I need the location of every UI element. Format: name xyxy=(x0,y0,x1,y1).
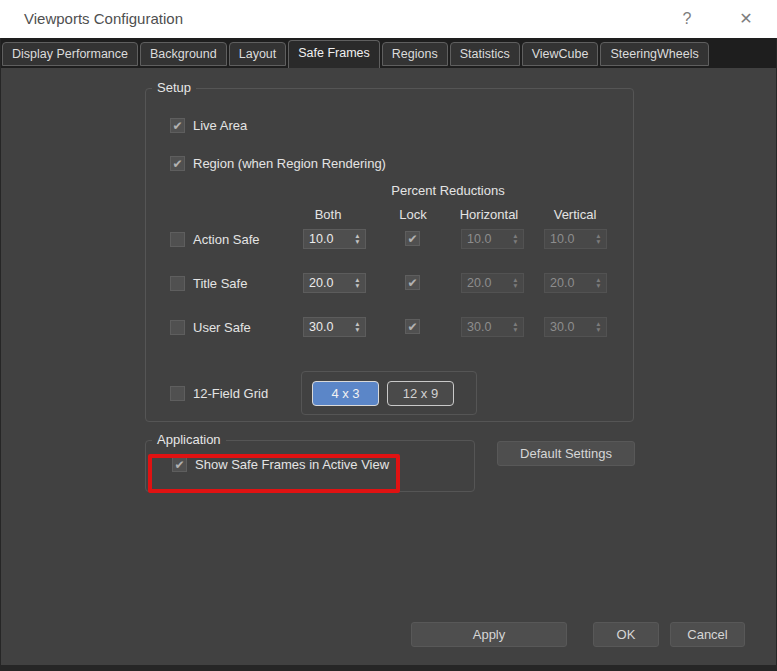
action-safe-both-spinner[interactable]: 10.0 ▴▾ xyxy=(303,229,366,249)
close-icon[interactable]: ✕ xyxy=(732,0,760,38)
column-header-both: Both xyxy=(298,207,358,222)
action-safe-label: Action Safe xyxy=(193,232,260,247)
user-safe-horizontal-value: 30.0 xyxy=(462,318,508,336)
title-safe-both-spinner[interactable]: 20.0 ▴▾ xyxy=(303,273,366,293)
title-safe-horizontal-spinner: 20.0 ▴▾ xyxy=(461,273,524,293)
grid-12x9-button[interactable]: 12 x 9 xyxy=(387,381,454,406)
action-safe-vertical-value: 10.0 xyxy=(545,230,591,248)
live-area-label: Live Area xyxy=(193,118,247,133)
spinner-arrows-icon: ▴▾ xyxy=(508,230,523,248)
user-safe-row: User Safe xyxy=(170,320,251,335)
field-grid-checkbox[interactable] xyxy=(170,386,185,401)
viewports-configuration-dialog: Viewports Configuration ? ✕ Display Perf… xyxy=(0,0,777,671)
default-settings-button[interactable]: Default Settings xyxy=(497,441,635,466)
title-bar: Viewports Configuration ? ✕ xyxy=(0,0,777,38)
window-border-bottom xyxy=(0,665,777,671)
action-safe-row: Action Safe xyxy=(170,232,260,247)
tab-display-performance[interactable]: Display Performance xyxy=(2,42,138,66)
live-area-checkbox[interactable]: ✔ xyxy=(170,118,185,133)
spinner-arrows-icon: ▴▾ xyxy=(591,230,606,248)
user-safe-lock-checkbox[interactable]: ✔ xyxy=(405,319,420,334)
user-safe-label: User Safe xyxy=(193,320,251,335)
action-safe-checkbox[interactable] xyxy=(170,232,185,247)
action-safe-both-value: 10.0 xyxy=(304,230,350,248)
tab-layout[interactable]: Layout xyxy=(229,42,287,66)
field-grid-row: 12-Field Grid xyxy=(170,386,268,401)
title-safe-both-value: 20.0 xyxy=(304,274,350,292)
title-safe-label: Title Safe xyxy=(193,276,247,291)
action-safe-horizontal-spinner: 10.0 ▴▾ xyxy=(461,229,524,249)
setup-group: Setup ✔ Live Area ✔ Region (when Region … xyxy=(145,88,634,422)
spinner-arrows-icon: ▴▾ xyxy=(508,318,523,336)
field-grid-button-group: 4 x 3 12 x 9 xyxy=(301,371,477,415)
title-safe-vertical-value: 20.0 xyxy=(545,274,591,292)
spinner-arrows-icon: ▴▾ xyxy=(591,274,606,292)
ok-button[interactable]: OK xyxy=(593,622,659,647)
live-area-row: ✔ Live Area xyxy=(170,118,247,133)
tab-regions[interactable]: Regions xyxy=(382,42,448,66)
user-safe-both-value: 30.0 xyxy=(304,318,350,336)
show-safe-frames-row: ✔ Show Safe Frames in Active View xyxy=(172,457,389,472)
column-header-lock: Lock xyxy=(383,207,443,222)
show-safe-frames-checkbox[interactable]: ✔ xyxy=(172,457,187,472)
tab-viewcube[interactable]: ViewCube xyxy=(522,42,599,66)
window-border-left xyxy=(0,38,1,671)
user-safe-vertical-value: 30.0 xyxy=(545,318,591,336)
field-grid-label: 12-Field Grid xyxy=(193,386,268,401)
title-safe-lock-checkbox[interactable]: ✔ xyxy=(405,275,420,290)
user-safe-both-spinner[interactable]: 30.0 ▴▾ xyxy=(303,317,366,337)
spinner-arrows-icon[interactable]: ▴▾ xyxy=(350,230,365,248)
window-title: Viewports Configuration xyxy=(24,0,183,38)
action-safe-lock-checkbox[interactable]: ✔ xyxy=(405,231,420,246)
tab-safe-frames[interactable]: Safe Frames xyxy=(288,40,380,68)
tab-statistics[interactable]: Statistics xyxy=(450,42,520,66)
tab-bar: Display Performance Background Layout Sa… xyxy=(0,38,777,68)
region-label: Region (when Region Rendering) xyxy=(193,156,386,171)
safe-frames-panel: Setup ✔ Live Area ✔ Region (when Region … xyxy=(0,68,777,664)
spinner-arrows-icon[interactable]: ▴▾ xyxy=(350,274,365,292)
title-safe-vertical-spinner: 20.0 ▴▾ xyxy=(544,273,607,293)
title-safe-checkbox[interactable] xyxy=(170,276,185,291)
user-safe-checkbox[interactable] xyxy=(170,320,185,335)
percent-reductions-label: Percent Reductions xyxy=(368,183,528,198)
title-safe-horizontal-value: 20.0 xyxy=(462,274,508,292)
region-row: ✔ Region (when Region Rendering) xyxy=(170,156,386,171)
action-safe-vertical-spinner: 10.0 ▴▾ xyxy=(544,229,607,249)
cancel-button[interactable]: Cancel xyxy=(670,622,745,647)
user-safe-horizontal-spinner: 30.0 ▴▾ xyxy=(461,317,524,337)
help-icon[interactable]: ? xyxy=(676,0,698,38)
apply-button[interactable]: Apply xyxy=(411,622,567,647)
setup-group-label: Setup xyxy=(152,80,196,96)
spinner-arrows-icon: ▴▾ xyxy=(508,274,523,292)
user-safe-vertical-spinner: 30.0 ▴▾ xyxy=(544,317,607,337)
tab-steeringwheels[interactable]: SteeringWheels xyxy=(600,42,708,66)
grid-4x3-button[interactable]: 4 x 3 xyxy=(312,381,379,406)
column-header-horizontal: Horizontal xyxy=(454,207,524,222)
application-group-label: Application xyxy=(152,432,226,448)
action-safe-horizontal-value: 10.0 xyxy=(462,230,508,248)
spinner-arrows-icon[interactable]: ▴▾ xyxy=(350,318,365,336)
region-checkbox[interactable]: ✔ xyxy=(170,156,185,171)
application-group: Application ✔ Show Safe Frames in Active… xyxy=(145,440,475,492)
title-safe-row: Title Safe xyxy=(170,276,247,291)
spinner-arrows-icon: ▴▾ xyxy=(591,318,606,336)
show-safe-frames-label: Show Safe Frames in Active View xyxy=(195,457,389,472)
tab-background[interactable]: Background xyxy=(140,42,227,66)
column-header-vertical: Vertical xyxy=(540,207,610,222)
